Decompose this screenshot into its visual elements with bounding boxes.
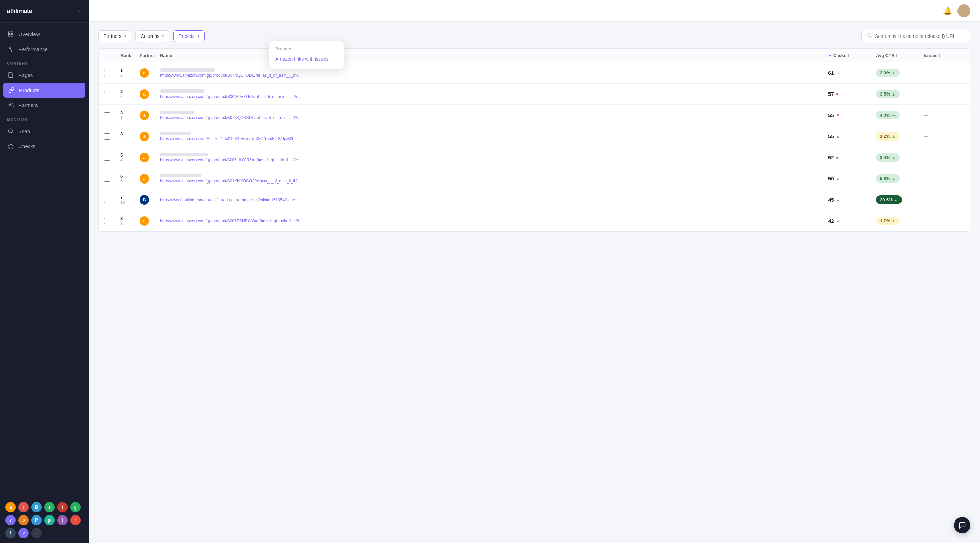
link-url-6[interactable]: https://www.amazon.com/gp/product/B01KNX… (160, 179, 310, 184)
header-issues[interactable]: Issues ℹ (924, 53, 965, 58)
table-row: 5 4 a https://www.amazon.com/gp/product/… (99, 147, 970, 168)
link-cell-5: https://www.amazon.com/gp/product/B006UL… (160, 153, 828, 162)
partner-icon-i1[interactable]: i (5, 528, 16, 538)
partner-icon-t1[interactable]: t (57, 502, 68, 512)
table-row: 3 5 a https://www.amazon.com/Fujifilm-16… (99, 126, 970, 147)
partner-icon-o1[interactable]: o (18, 515, 29, 525)
partner-icon-b1[interactable]: B (32, 502, 41, 512)
app-logo: affilimate (7, 8, 32, 15)
rank-cell-7: 7 19 (121, 195, 140, 205)
presets-filter-button[interactable]: Presets ▾ (173, 30, 204, 42)
ctr-trend-2: ▲ (892, 92, 896, 97)
user-avatar[interactable] (958, 5, 970, 17)
partner-icon-g2[interactable]: g (70, 502, 81, 512)
ctr-cell-3: 4.0% — (876, 111, 924, 119)
chat-bubble[interactable] (954, 517, 970, 533)
clicks-info-icon[interactable]: ℹ (848, 53, 849, 58)
notification-bell[interactable]: 🔔 (943, 6, 952, 15)
link-url-7[interactable]: http://www.booking.com/hotel/it/il-perlo… (160, 197, 310, 202)
presets-dropdown: Presets Amazon links with issues (269, 41, 344, 69)
row-checkbox-2[interactable] (104, 91, 110, 97)
presets-filter-label: Presets (178, 33, 194, 39)
clicks-cell-7: 45 ▲ (828, 197, 876, 203)
ctr-cell-7: 30.6% ▲ (876, 195, 924, 204)
performance-icon (7, 45, 14, 53)
row-checkbox-6[interactable] (104, 176, 110, 182)
header-avg-ctr[interactable]: Avg CTR ℹ (876, 53, 924, 58)
link-url-3[interactable]: https://www.amazon.com/gp/product/B07NQD… (160, 115, 310, 120)
issues-info-icon[interactable]: ℹ (939, 53, 940, 58)
partner-icon-p1[interactable]: P (32, 515, 41, 525)
table-row: 6 6 a https://www.amazon.com/gp/product/… (99, 168, 970, 189)
columns-filter-button[interactable]: Columns ▾ (135, 30, 169, 42)
ctr-trend-1: ▲ (892, 71, 896, 75)
sidebar-item-pages[interactable]: Pages (0, 68, 89, 83)
main-content: 🔔 Partners ▾ Columns ▾ Presets ▾ (89, 0, 980, 543)
row-checkbox-4[interactable] (104, 133, 110, 140)
ctr-badge-7: 30.6% ▲ (876, 195, 902, 204)
ctr-badge-8: 1.7% ▲ (876, 217, 900, 225)
row-checkbox-8[interactable] (104, 218, 110, 224)
partner-icon-amazon[interactable]: a (5, 502, 16, 512)
partner-icon-p2[interactable]: p (45, 515, 55, 525)
link-url-4[interactable]: https://www.amazon.com/Fujifilm-16401581… (160, 137, 310, 141)
clicks-cell-8: 42 ▲ (828, 218, 876, 224)
partner-icon-g1[interactable]: s (45, 502, 55, 512)
products-icon (8, 86, 15, 94)
checks-icon (7, 142, 14, 150)
partner-icons-more[interactable]: ··· (32, 528, 41, 538)
overview-icon (7, 30, 14, 38)
ctr-info-icon[interactable]: ℹ (896, 53, 897, 58)
sidebar-item-products[interactable]: Products (3, 83, 85, 98)
trend-icon-7: ▲ (836, 197, 840, 202)
sidebar-toggle-button[interactable]: ‹ (77, 6, 82, 16)
ctr-badge-1: 2.9% ▲ (876, 68, 900, 77)
header-clicks[interactable]: ▼ Clicks ℹ (828, 53, 876, 58)
svg-point-5 (8, 129, 12, 133)
partner-icon-v2[interactable]: v (18, 528, 29, 538)
search-box[interactable] (861, 30, 970, 42)
header-name[interactable]: Name (160, 53, 828, 58)
monitor-section-label: MONITOR (0, 113, 89, 124)
dropdown-item-amazon-links[interactable]: Amazon links with issues (269, 53, 344, 65)
row-checkbox-3[interactable] (104, 112, 110, 118)
svg-point-4 (9, 103, 11, 105)
partner-amazon-8: a (140, 216, 149, 226)
ctr-badge-4: 1.2% ▲ (876, 132, 900, 141)
link-name-bar-3 (160, 111, 194, 114)
partner-icon-cj[interactable]: c (18, 502, 29, 512)
partners-filter-button[interactable]: Partners ▾ (98, 30, 131, 42)
ctr-badge-2: 3.5% ▲ (876, 90, 900, 98)
svg-rect-0 (8, 32, 10, 33)
sidebar-item-scan[interactable]: Scan (0, 124, 89, 138)
partners-filter-label: Partners (103, 33, 121, 39)
sidebar-item-overview[interactable]: Overview (0, 27, 89, 41)
clicks-cell-6: 50 ▲ (828, 176, 876, 181)
sidebar-item-partners[interactable]: Partners (0, 98, 89, 113)
rank-cell-4: 3 5 (121, 131, 140, 141)
sidebar-item-performance[interactable]: Performance (0, 41, 89, 57)
table-row: 3 1 a https://www.amazon.com/gp/product/… (99, 105, 970, 126)
partner-icon-v1[interactable]: v (5, 515, 16, 525)
row-checkbox-1[interactable] (104, 70, 110, 76)
link-url-5[interactable]: https://www.amazon.com/gp/product/B006UL… (160, 157, 310, 162)
sidebar-item-label-partners: Partners (18, 102, 38, 108)
table-row: 1 2 a https://www.amazon.com/gp/product/… (99, 62, 970, 84)
partner-icon-j1[interactable]: j (57, 515, 68, 525)
issues-cell-2: — (924, 91, 965, 97)
link-url-2[interactable]: https://www.amazon.com/gp/product/B00W6V… (160, 94, 310, 99)
partner-icon-r1[interactable]: r (70, 515, 81, 525)
row-checkbox-7[interactable] (104, 197, 110, 203)
link-name-bar-2 (160, 89, 204, 93)
dropdown-section-label: Presets (269, 45, 344, 53)
presets-chevron-icon: ▾ (197, 34, 200, 38)
sidebar-item-checks[interactable]: Checks (0, 138, 89, 154)
row-checkbox-5[interactable] (104, 154, 110, 160)
link-url-8[interactable]: https://www.amazon.com/gp/product/B006ZS… (160, 219, 310, 224)
header-partner[interactable]: Partner (140, 53, 160, 58)
search-input[interactable] (875, 33, 965, 39)
link-url-1[interactable]: https://www.amazon.com/gp/product/B07NQD… (160, 73, 310, 78)
header-rank[interactable]: Rank (121, 53, 140, 58)
clicks-cell-2: 57 ● (828, 91, 876, 97)
ctr-trend-5: ▲ (892, 155, 896, 160)
